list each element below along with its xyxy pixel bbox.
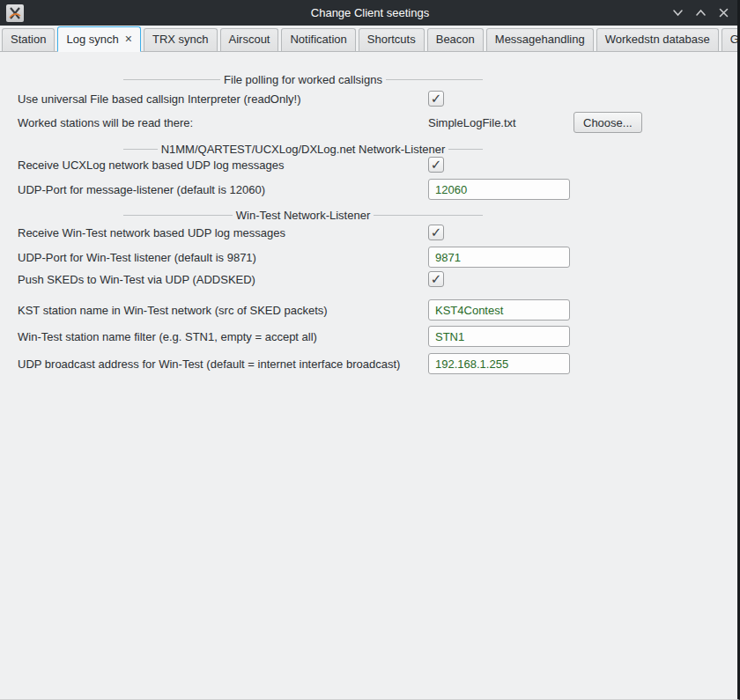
choose-file-button[interactable]: Choose...: [574, 112, 642, 133]
section-header-n1mm-listener: N1MM/QARTEST/UCXLog/DXLog.net Network-Li…: [123, 142, 483, 156]
file-interpreter-checkbox[interactable]: ✓: [428, 91, 444, 107]
row-receive-wintest: Receive Win-Test network based UDP log m…: [18, 224, 720, 241]
worked-stations-label: Worked stations will be read there:: [18, 116, 425, 129]
tab-notification[interactable]: Notification: [281, 28, 355, 51]
receive-ucxlog-checkbox[interactable]: ✓: [428, 157, 444, 173]
tab-beacon[interactable]: Beacon: [427, 28, 484, 51]
tab-workedstn-database[interactable]: Workedstn database: [596, 28, 719, 51]
push-skeds-label: Push SKEDs to Win-Test via UDP (ADDSKED): [18, 273, 425, 286]
kst-station-name-input[interactable]: [428, 299, 570, 321]
udp-broadcast-address-label: UDP broadcast address for Win-Test (defa…: [18, 357, 425, 371]
udp-port-message-listener-input[interactable]: [428, 179, 570, 200]
row-worked-stations: Worked stations will be read there: Simp…: [18, 112, 720, 133]
station-name-filter-label: Win-Test station name filter (e.g. STN1,…: [18, 330, 425, 343]
tab-gui[interactable]: GUI: [722, 28, 740, 51]
row-station-name-filter: Win-Test station name filter (e.g. STN1,…: [18, 326, 720, 347]
check-icon: ✓: [431, 225, 442, 240]
tab-shortcuts[interactable]: Shortcuts: [359, 28, 425, 51]
minimize-icon[interactable]: [671, 7, 684, 19]
tab-trx-synch[interactable]: TRX synch: [144, 28, 218, 51]
row-push-skeds: Push SKEDs to Win-Test via UDP (ADDSKED)…: [18, 270, 720, 288]
tab-close-icon[interactable]: ×: [125, 32, 132, 46]
row-file-interpreter: Use universal File based callsign Interp…: [18, 90, 720, 107]
tab-messagehandling[interactable]: Messagehandling: [486, 28, 594, 51]
maximize-icon[interactable]: [694, 7, 707, 19]
row-udp-port-wintest: UDP-Port for Win-Test listener (default …: [18, 247, 720, 268]
push-skeds-checkbox[interactable]: ✓: [428, 271, 444, 287]
station-name-filter-input[interactable]: [428, 326, 570, 347]
check-icon: ✓: [431, 157, 442, 173]
app-icon: [6, 4, 24, 22]
tab-log-synch[interactable]: Log synch×: [57, 26, 140, 52]
udp-port-wintest-input[interactable]: [428, 247, 570, 268]
titlebar: Change Client seetings: [0, 0, 740, 26]
close-icon[interactable]: [717, 7, 729, 19]
window-title: Change Client seetings: [0, 6, 740, 19]
receive-ucxlog-label: Receive UCXLog network based UDP log mes…: [18, 158, 425, 172]
check-icon: ✓: [431, 271, 442, 287]
receive-wintest-label: Receive Win-Test network based UDP log m…: [18, 226, 425, 239]
kst-station-name-label: KST station name in Win-Test network (sr…: [18, 304, 425, 317]
check-icon: ✓: [431, 91, 442, 107]
tab-airscout[interactable]: Airscout: [220, 28, 279, 51]
section-header-file-polling: File polling for worked callsigns: [123, 72, 483, 86]
row-udp-broadcast-address: UDP broadcast address for Win-Test (defa…: [18, 353, 720, 374]
row-udp-port-message-listener: UDP-Port for message-listener (default i…: [18, 179, 720, 200]
settings-window: Change Client seetings Station Log synch…: [0, 0, 740, 700]
udp-port-wintest-label: UDP-Port for Win-Test listener (default …: [18, 251, 425, 264]
udp-broadcast-address-input[interactable]: [428, 353, 570, 374]
receive-wintest-checkbox[interactable]: ✓: [428, 225, 444, 240]
file-interpreter-label: Use universal File based callsign Interp…: [18, 92, 425, 106]
row-receive-ucxlog: Receive UCXLog network based UDP log mes…: [18, 156, 720, 173]
tab-station[interactable]: Station: [2, 28, 55, 51]
tab-bar: Station Log synch× TRX synch Airscout No…: [0, 26, 737, 52]
worked-stations-file-value: SimpleLogFile.txt: [428, 116, 516, 129]
log-synch-panel: File polling for worked callsigns Use un…: [0, 53, 737, 699]
section-header-wintest-listener: Win-Test Network-Listener: [123, 208, 483, 222]
row-kst-station-name: KST station name in Win-Test network (sr…: [18, 299, 720, 321]
udp-port-message-listener-label: UDP-Port for message-listener (default i…: [18, 183, 425, 196]
